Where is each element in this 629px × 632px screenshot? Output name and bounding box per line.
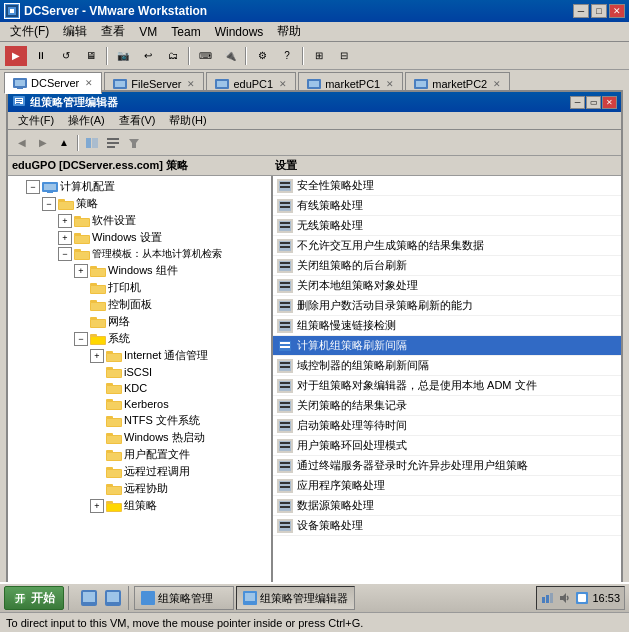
expander-policy[interactable]: −: [42, 197, 56, 211]
extra-btn-1[interactable]: ⊞: [307, 45, 331, 67]
quick-launch-btn-2[interactable]: [102, 587, 124, 609]
right-item-5[interactable]: 关闭本地组策略对象处理: [273, 276, 621, 296]
right-item-17[interactable]: 设备策略处理: [273, 516, 621, 536]
settings-button[interactable]: ⚙: [250, 45, 274, 67]
right-item-14[interactable]: 通过终端服务器登录时允许异步处理用户组策略: [273, 456, 621, 476]
ctrl-alt-del-button[interactable]: ⌨: [193, 45, 217, 67]
maximize-button[interactable]: □: [591, 4, 607, 18]
right-item-7[interactable]: 组策略慢速链接检测: [273, 316, 621, 336]
inner-close-button[interactable]: ✕: [602, 96, 617, 109]
right-item-1[interactable]: 有线策略处理: [273, 196, 621, 216]
tab-dcserver-close[interactable]: ✕: [85, 78, 93, 88]
tree-item-hot-start[interactable]: Windows 热启动: [10, 429, 269, 446]
tree-item-control-panel[interactable]: 控制面板: [10, 296, 269, 313]
right-item-8[interactable]: 计算机组策略刷新间隔: [273, 336, 621, 356]
menu-vm[interactable]: VM: [133, 23, 163, 41]
inner-menu-action[interactable]: 操作(A): [62, 112, 111, 129]
tree-item-software-settings[interactable]: + 软件设置: [10, 212, 269, 229]
close-button[interactable]: ✕: [609, 4, 625, 18]
right-pane[interactable]: 安全性策略处理 有线策略处理 无线策略处理 不允许交互用户生成策略的结果集数据 …: [273, 176, 621, 592]
right-item-12[interactable]: 启动策略处理等待时间: [273, 416, 621, 436]
inner-filter-button[interactable]: [124, 133, 144, 153]
fullscreen-button[interactable]: 🖥: [79, 45, 103, 67]
right-item-0[interactable]: 安全性策略处理: [273, 176, 621, 196]
tree-item-computer-config[interactable]: − 计算机配置: [10, 178, 269, 195]
inner-restore-button[interactable]: ▭: [586, 96, 601, 109]
tree-item-internet-comm[interactable]: + Internet 通信管理: [10, 347, 269, 364]
expander-computer-config[interactable]: −: [26, 180, 40, 194]
expander-group-policy[interactable]: +: [90, 499, 104, 513]
expander-software-settings[interactable]: +: [58, 214, 72, 228]
power-on-button[interactable]: ▶: [4, 45, 28, 67]
menu-help[interactable]: 帮助: [271, 21, 307, 42]
menu-file[interactable]: 文件(F): [4, 21, 55, 42]
expander-system[interactable]: −: [74, 332, 88, 346]
inner-forward-button[interactable]: ▶: [33, 133, 53, 153]
tree-item-rpc[interactable]: 远程过程调用: [10, 463, 269, 480]
right-item-2[interactable]: 无线策略处理: [273, 216, 621, 236]
inner-show-hide-tree-button[interactable]: [82, 133, 102, 153]
right-item-16-icon: [277, 499, 293, 513]
right-item-10[interactable]: 对于组策略对象编辑器，总是使用本地 ADM 文件: [273, 376, 621, 396]
right-item-11[interactable]: 关闭策略的结果集记录: [273, 396, 621, 416]
inner-minimize-button[interactable]: ─: [570, 96, 585, 109]
snapshot-button[interactable]: 📷: [111, 45, 135, 67]
inner-menu-help[interactable]: 帮助(H): [163, 112, 212, 129]
right-item-3[interactable]: 不允许交互用户生成策略的结果集数据: [273, 236, 621, 256]
tree-item-iscsi[interactable]: iSCSI: [10, 364, 269, 380]
inner-up-button[interactable]: ▲: [54, 133, 74, 153]
taskbar-item-gp-manage[interactable]: 组策略管理: [134, 586, 234, 610]
inner-view-button[interactable]: [103, 133, 123, 153]
expander-windows-components[interactable]: +: [74, 264, 88, 278]
snapshot-manager-button[interactable]: 🗂: [161, 45, 185, 67]
menu-view[interactable]: 查看: [95, 21, 131, 42]
minimize-button[interactable]: ─: [573, 4, 589, 18]
menu-windows[interactable]: Windows: [209, 23, 270, 41]
right-item-6[interactable]: 删除用户数活动目录策略刷新的能力: [273, 296, 621, 316]
tree-item-remote-assist[interactable]: 远程协助: [10, 480, 269, 497]
usb-button[interactable]: 🔌: [218, 45, 242, 67]
inner-menu-file[interactable]: 文件(F): [12, 112, 60, 129]
tree-item-user-profiles[interactable]: 用户配置文件: [10, 446, 269, 463]
tree-item-windows-components[interactable]: + Windows 组件: [10, 262, 269, 279]
right-item-4[interactable]: 关闭组策略的后台刷新: [273, 256, 621, 276]
tab-fileserver-close[interactable]: ✕: [187, 79, 195, 89]
expander-internet-comm[interactable]: +: [90, 349, 104, 363]
expander-windows-settings[interactable]: +: [58, 231, 72, 245]
tree-item-network[interactable]: 网络: [10, 313, 269, 330]
extra-btn-2[interactable]: ⊟: [332, 45, 356, 67]
tab-edupc1-close[interactable]: ✕: [279, 79, 287, 89]
right-item-15[interactable]: 应用程序策略处理: [273, 476, 621, 496]
tree-item-kerberos[interactable]: Kerberos: [10, 396, 269, 412]
svg-rect-99: [280, 242, 290, 244]
tree-item-group-policy[interactable]: + 组策略: [10, 497, 269, 514]
quick-launch-btn-1[interactable]: [78, 587, 100, 609]
menu-team[interactable]: Team: [165, 23, 206, 41]
right-item-9[interactable]: 域控制器的组策略刷新间隔: [273, 356, 621, 376]
right-item-16[interactable]: 数据源策略处理: [273, 496, 621, 516]
tree-item-ntfs[interactable]: NTFS 文件系统: [10, 412, 269, 429]
tree-item-policy[interactable]: − 策略: [10, 195, 269, 212]
right-item-13[interactable]: 用户策略环回处理模式: [273, 436, 621, 456]
restart-button[interactable]: ↺: [54, 45, 78, 67]
inner-menu-view[interactable]: 查看(V): [113, 112, 162, 129]
menu-edit[interactable]: 编辑: [57, 21, 93, 42]
expander-admin-templates[interactable]: −: [58, 247, 72, 261]
left-tree-pane[interactable]: − 计算机配置 − 策略 + 软件设置: [8, 176, 273, 592]
tab-marketpc2-close[interactable]: ✕: [493, 79, 501, 89]
tree-item-admin-templates[interactable]: − 管理模板：从本地计算机检索: [10, 246, 269, 262]
tree-item-kdc[interactable]: KDC: [10, 380, 269, 396]
tab-dcserver[interactable]: DCServer ✕: [4, 72, 102, 94]
help-btn-main[interactable]: ?: [275, 45, 299, 67]
tree-label-printers: 打印机: [108, 280, 141, 295]
tree-item-printers[interactable]: 打印机: [10, 279, 269, 296]
pause-button[interactable]: ⏸: [29, 45, 53, 67]
tab-marketpc1-close[interactable]: ✕: [386, 79, 394, 89]
svg-rect-36: [75, 236, 89, 243]
start-button[interactable]: 开 开始: [4, 586, 64, 610]
inner-back-button[interactable]: ◀: [12, 133, 32, 153]
taskbar-item-gp-editor[interactable]: 组策略管理编辑器: [236, 586, 355, 610]
revert-button[interactable]: ↩: [136, 45, 160, 67]
tree-item-system[interactable]: − 系统: [10, 330, 269, 347]
tree-item-windows-settings[interactable]: + Windows 设置: [10, 229, 269, 246]
